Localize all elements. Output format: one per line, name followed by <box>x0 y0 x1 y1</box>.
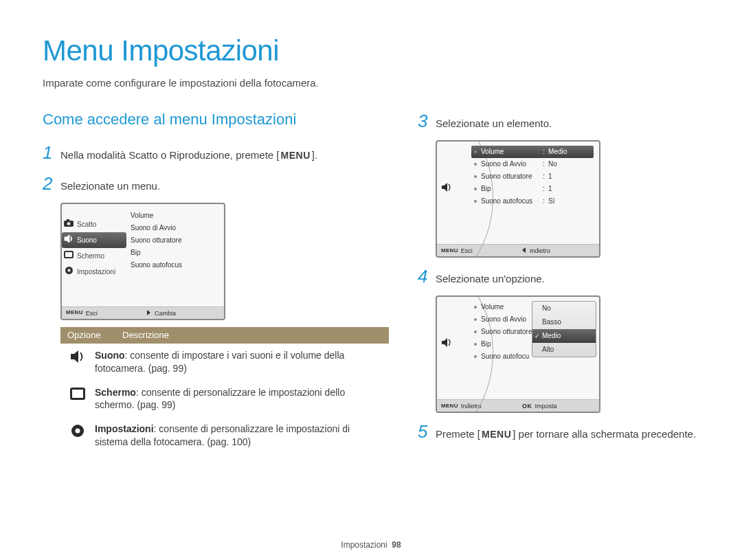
menu-item-label: Impostazioni <box>77 267 115 277</box>
setting-row: Suono otturatore:1 <box>474 170 596 183</box>
menu-item-scatto: Scatto <box>62 216 129 232</box>
popup-option: Alto <box>532 343 596 357</box>
step-2: 2 Selezionate un menu. <box>43 172 389 196</box>
camera-screen-2: Volume:Medio Suono di Avvio:No Suono ott… <box>436 140 600 258</box>
menu-item-label: Scatto <box>77 220 96 229</box>
option-name: Schermo <box>95 387 136 398</box>
option-desc: : consente di impostare i vari suoni e i… <box>95 350 344 374</box>
footer-esci: Esci <box>86 309 98 317</box>
gear-icon <box>60 423 95 438</box>
header-option: Opzione <box>60 329 118 341</box>
options-popup: No Basso Medio Alto <box>532 301 596 357</box>
step-4: 4 Selezionate un'opzione. <box>418 265 699 289</box>
left-column: Come accedere al menu Impostazioni 1 Nel… <box>43 109 389 454</box>
menu-icon: MENU <box>480 428 513 441</box>
right-column: 3 Selezionate un elemento. Volume:Medio … <box>418 109 699 454</box>
menu-item-label: Schermo <box>77 251 104 261</box>
option-row-schermo: Schermo: consente di personalizzare le i… <box>60 381 389 418</box>
footer-label: Impostazioni <box>341 540 387 550</box>
menu-item-impostazioni: Impostazioni <box>62 264 129 280</box>
svg-point-10 <box>76 429 80 434</box>
sound-icon <box>441 338 452 350</box>
sound-icon <box>60 349 95 363</box>
display-icon <box>60 386 95 400</box>
setting-row: Volume:Medio <box>471 146 594 158</box>
sound-icon <box>63 235 74 245</box>
page-footer: Impostazioni 98 <box>0 539 742 550</box>
option-name: Impostazioni <box>95 423 154 434</box>
display-icon <box>63 251 74 261</box>
gear-icon <box>63 266 74 278</box>
step-number: 3 <box>418 109 436 133</box>
arrow-right-icon <box>147 309 152 317</box>
popup-option: No <box>532 302 596 315</box>
footer-indietro: Indietro <box>530 247 550 255</box>
list-item: Volume <box>129 211 153 221</box>
list-item: Bip <box>129 248 140 258</box>
svg-rect-8 <box>72 390 83 398</box>
header-description: Descrizione <box>118 329 169 341</box>
menu-icon: MENU <box>280 149 312 162</box>
ok-icon: OK <box>522 402 532 410</box>
list-item: Suono autofocus <box>129 260 182 270</box>
page-subtitle: Imparate come configurare le impostazion… <box>43 76 699 90</box>
menu-item-schermo: Schermo <box>62 248 129 264</box>
svg-rect-4 <box>65 252 72 257</box>
page-title: Menu Impostazioni <box>43 32 699 71</box>
step-5-text-b: ] per tornare alla schermata precedente. <box>513 428 696 440</box>
option-row-suono: Suono: consente di impostare i vari suon… <box>60 344 389 381</box>
page-number: 98 <box>392 540 401 550</box>
footer-imposta: Imposta <box>535 402 557 410</box>
step-3-text: Selezionate un elemento. <box>436 117 552 131</box>
list-item: Suono di Avvio <box>129 223 176 233</box>
svg-point-2 <box>67 222 70 225</box>
step-number: 1 <box>43 141 60 165</box>
popup-option-selected: Medio <box>532 329 596 343</box>
section-title: Come accedere al menu Impostazioni <box>43 109 389 130</box>
popup-option: Basso <box>532 315 596 329</box>
step-5: 5 Premete [MENU] per tornare alla scherm… <box>418 420 699 444</box>
camera-icon <box>63 219 74 229</box>
setting-row: Suono di Avvio:No <box>474 158 596 170</box>
menu-item-label: Suono <box>77 236 97 245</box>
svg-rect-1 <box>67 219 69 221</box>
menu-item-suono: Suono <box>62 232 126 248</box>
setting-row: Suono autofocus:Sì <box>474 195 596 208</box>
step-1: 1 Nella modalità Scatto o Riproduzione, … <box>43 141 389 165</box>
step-number: 5 <box>418 420 436 444</box>
step-1-text-b: ]. <box>312 149 317 161</box>
menu-icon: MENU <box>66 309 83 317</box>
option-name: Suono <box>95 350 125 361</box>
svg-point-6 <box>67 269 70 272</box>
step-2-text: Selezionate un menu. <box>60 179 160 193</box>
camera-screen-3: Volume Suono di Avvio Suono otturatore B… <box>436 295 600 413</box>
step-3: 3 Selezionate un elemento. <box>418 109 699 133</box>
step-5-text-a: Premete [ <box>436 428 480 440</box>
setting-row: Bip:1 <box>474 183 596 195</box>
sound-icon <box>441 183 452 194</box>
step-number: 2 <box>43 172 60 196</box>
step-4-text: Selezionate un'opzione. <box>436 272 545 286</box>
option-row-impostazioni: Impostazioni: consente di personalizzare… <box>60 417 389 454</box>
step-number: 4 <box>418 265 436 289</box>
camera-screen-1: Scatto Suono Schermo <box>60 203 225 320</box>
options-table-header: Opzione Descrizione <box>60 327 389 344</box>
arrow-left-icon <box>522 247 527 255</box>
footer-cambia: Cambia <box>155 309 176 317</box>
step-1-text-a: Nella modalità Scatto o Riproduzione, pr… <box>60 149 280 161</box>
list-item: Suono otturatore <box>129 236 182 245</box>
